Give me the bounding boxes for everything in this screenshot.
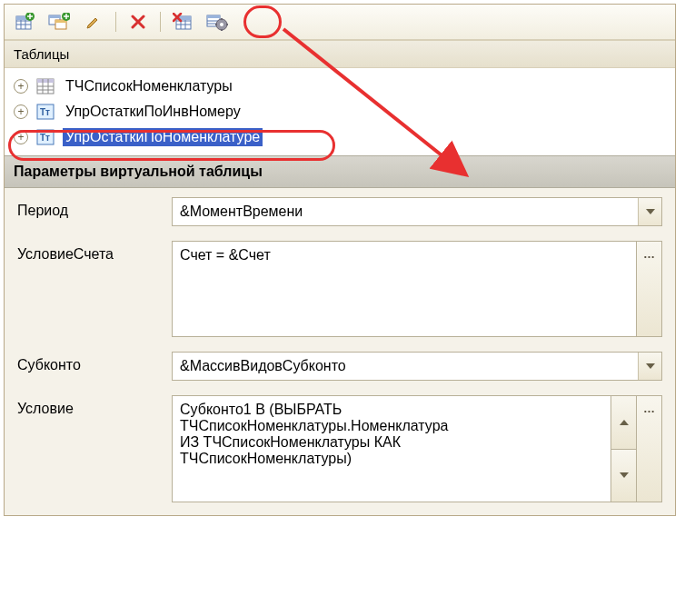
edit-button[interactable]: [81, 10, 106, 34]
add-table-button[interactable]: [12, 10, 37, 34]
table-icon: [35, 77, 55, 95]
dropdown-button[interactable]: [638, 353, 661, 380]
ellipsis-button[interactable]: …: [637, 395, 662, 502]
toolbar-separator: [115, 12, 116, 32]
expand-button[interactable]: +: [14, 104, 28, 119]
chevron-down-icon: [646, 363, 655, 369]
param-row-account-condition: УсловиеСчета …: [17, 241, 662, 337]
condition-label: Условие: [17, 395, 172, 417]
condition-input[interactable]: [172, 395, 611, 502]
virtual-table-icon: Tт: [35, 128, 55, 146]
tables-title: Таблицы: [14, 46, 69, 62]
tree-item-label: УпрОстаткиПоНоменклатуре: [63, 128, 263, 146]
chevron-down-icon: [620, 472, 629, 478]
dropdown-button[interactable]: [638, 198, 661, 225]
nested-table-plus-icon: [48, 13, 70, 31]
scroll-down-button[interactable]: [611, 450, 637, 503]
tree-row[interactable]: + ТЧСписокНоменклатуры: [8, 74, 671, 99]
tables-section-header: Таблицы: [5, 40, 675, 68]
svg-text:Tт: Tт: [40, 133, 50, 143]
svg-point-31: [220, 23, 223, 26]
param-row-subkonto: Субконто: [17, 352, 662, 381]
period-input[interactable]: [173, 198, 638, 225]
param-row-condition: Условие …: [17, 395, 662, 502]
params-form: Период УсловиеСчета … Субконто: [5, 188, 675, 515]
expand-button[interactable]: +: [14, 130, 28, 144]
tables-tree[interactable]: + ТЧСписокНоменклатуры + Tт УпрОстаткиПо…: [5, 68, 675, 155]
tree-item-label: ТЧСписокНоменклатуры: [63, 77, 235, 95]
query-builder-panel: Таблицы + ТЧСписокНоменклатуры + Tт УпрО…: [4, 4, 676, 516]
account-condition-label: УсловиеСчета: [17, 241, 172, 263]
ellipsis-button[interactable]: …: [637, 241, 662, 337]
add-nested-button[interactable]: [46, 10, 72, 34]
table-plus-icon: [15, 13, 35, 31]
replace-table-button[interactable]: [170, 10, 195, 34]
chevron-down-icon: [646, 209, 655, 214]
tree-row[interactable]: + Tт УпрОстаткиПоИнвНомеру: [8, 99, 671, 124]
virtual-table-icon: Tт: [35, 103, 55, 121]
x-icon: [131, 15, 145, 29]
toolbar: [5, 5, 675, 40]
svg-rect-37: [37, 79, 54, 83]
table-x-icon: [173, 13, 193, 31]
account-condition-input[interactable]: [172, 241, 637, 337]
subkonto-combo[interactable]: [172, 352, 662, 381]
pencil-icon: [85, 14, 102, 30]
params-section-header: Параметры виртуальной таблицы: [5, 155, 675, 188]
tree-row[interactable]: + Tт УпрОстаткиПоНоменклатуре: [8, 124, 671, 150]
subkonto-input[interactable]: [173, 353, 638, 380]
svg-rect-10: [49, 15, 60, 18]
param-row-period: Период: [17, 197, 662, 226]
period-label: Период: [17, 197, 172, 219]
tree-item-label: УпрОстаткиПоИнвНомеру: [63, 103, 243, 121]
toolbar-separator: [160, 12, 161, 32]
svg-rect-27: [207, 15, 220, 18]
params-title: Параметры виртуальной таблицы: [14, 164, 263, 179]
svg-text:Tт: Tт: [40, 107, 50, 117]
chevron-up-icon: [620, 420, 629, 425]
delete-button[interactable]: [125, 10, 151, 34]
subkonto-label: Субконто: [17, 352, 172, 373]
table-gear-icon: [206, 13, 228, 31]
expand-button[interactable]: +: [14, 79, 28, 94]
period-combo[interactable]: [172, 197, 662, 226]
scroll-up-button[interactable]: [611, 395, 637, 450]
virtual-table-params-button[interactable]: [204, 10, 230, 34]
